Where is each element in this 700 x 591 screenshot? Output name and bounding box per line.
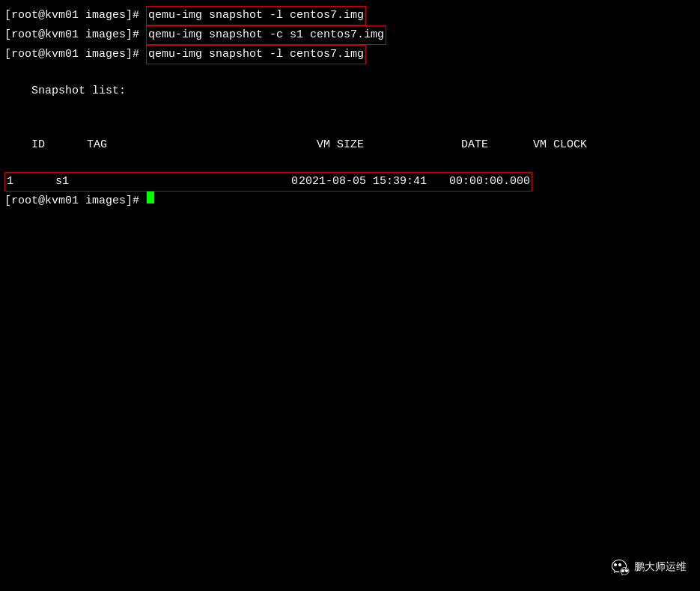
- col-tag: TAG: [87, 138, 107, 151]
- col-date: DATE: [461, 138, 488, 151]
- row-tag: s1: [55, 175, 69, 188]
- svg-point-2: [621, 569, 624, 572]
- command-line-3: [root@kvm01 images]# qemu-img snapshot -…: [4, 45, 696, 64]
- prompt-1: [root@kvm01 images]#: [4, 7, 146, 25]
- col-vmsize: VM SIZE: [317, 138, 364, 151]
- command-line-1: [root@kvm01 images]# qemu-img snapshot -…: [4, 6, 696, 25]
- command-3: qemu-img snapshot -l centos7.img: [146, 45, 366, 64]
- row-vmsize: 0: [291, 175, 298, 188]
- svg-point-1: [618, 563, 621, 566]
- watermark: 鹏大师运维: [609, 557, 687, 578]
- svg-point-0: [614, 563, 617, 566]
- final-prompt: [root@kvm01 images]#: [4, 192, 146, 210]
- row-vmclock: 00:00:00.000: [449, 175, 530, 188]
- command-1: qemu-img snapshot -l centos7.img: [146, 6, 366, 25]
- snapshot-data-row: 1s10 2021-08-05 15:39:4100:00:00.000: [4, 172, 696, 192]
- col-id: ID: [31, 138, 45, 151]
- svg-point-3: [625, 569, 628, 572]
- snapshot-list-header: Snapshot list:: [4, 64, 696, 118]
- final-prompt-line: [root@kvm01 images]#: [4, 192, 696, 210]
- col-vmclock: VM CLOCK: [533, 138, 587, 151]
- column-headers: IDTAGVM SIZEDATEVM CLOCK: [4, 118, 696, 172]
- terminal-window: [root@kvm01 images]# qemu-img snapshot -…: [0, 0, 700, 591]
- row-id: 1: [7, 175, 13, 188]
- snapshot-row-content: 1s10 2021-08-05 15:39:4100:00:00.000: [4, 172, 532, 192]
- command-2: qemu-img snapshot -c s1 centos7.img: [146, 25, 386, 45]
- cursor: [147, 192, 154, 203]
- row-date: 2021-08-05 15:39:41: [299, 175, 427, 188]
- command-line-2: [root@kvm01 images]# qemu-img snapshot -…: [4, 25, 696, 45]
- prompt-2: [root@kvm01 images]#: [4, 26, 146, 44]
- watermark-text: 鹏大师运维: [634, 560, 687, 574]
- wechat-icon: [609, 557, 630, 578]
- prompt-3: [root@kvm01 images]#: [4, 46, 146, 64]
